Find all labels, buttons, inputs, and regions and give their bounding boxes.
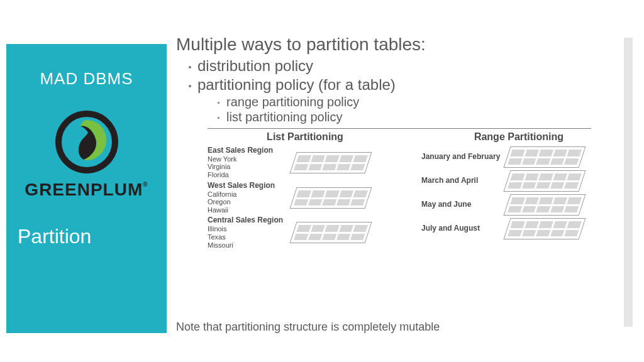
partition-row: January and February xyxy=(421,146,616,168)
table-icon xyxy=(289,222,372,243)
table-icon xyxy=(503,194,586,216)
partition-label: West Sales Region California Oregon Hawa… xyxy=(208,182,288,214)
bullet-text: partitioning policy (for a table) xyxy=(197,76,396,93)
scrollbar-track[interactable] xyxy=(624,38,633,327)
column-title: List Partitioning xyxy=(208,131,402,143)
sub-bullet-list: range partitioning policy list partition… xyxy=(197,95,616,124)
main-heading: Multiple ways to partition tables: xyxy=(176,35,616,55)
partition-label: East Sales Region New York Virginia Flor… xyxy=(208,146,288,179)
table-icon xyxy=(289,152,372,173)
sub-bullet-item: list partitioning policy xyxy=(218,110,616,124)
bullet-list: distribution policy partitioning policy … xyxy=(176,57,616,124)
table-icon xyxy=(289,187,372,209)
range-partition-column: Range Partitioning January and February … xyxy=(421,131,616,251)
greenplum-logo-icon xyxy=(55,111,118,173)
partition-label: January and February xyxy=(421,153,502,162)
partition-row: West Sales Region California Oregon Hawa… xyxy=(208,182,402,214)
sub-bullet-item: range partitioning policy xyxy=(218,95,616,109)
sidebar-panel: MAD DBMS GREENPLUM® Partition xyxy=(6,44,167,333)
divider xyxy=(208,128,591,129)
bullet-item: distribution policy xyxy=(189,57,616,75)
partition-label: May and June xyxy=(421,200,502,209)
table-icon xyxy=(503,170,586,192)
column-title: Range Partitioning xyxy=(421,131,616,143)
partition-row: March and April xyxy=(421,170,616,192)
content-area: Multiple ways to partition tables: distr… xyxy=(176,35,616,251)
footer-note: Note that partitioning structure is comp… xyxy=(176,321,440,334)
partition-row: Central Sales Region Illinois Texas Miss… xyxy=(208,216,402,249)
sidebar-title: MAD DBMS xyxy=(18,69,155,89)
bullet-item: partitioning policy (for a table) range … xyxy=(189,76,616,124)
brand-wordmark: GREENPLUM® xyxy=(18,180,155,200)
partition-label: Central Sales Region Illinois Texas Miss… xyxy=(208,216,288,249)
list-partition-column: List Partitioning East Sales Region New … xyxy=(208,131,402,251)
partition-row: July and August xyxy=(421,218,616,239)
partition-label: July and August xyxy=(421,224,502,233)
partition-label: March and April xyxy=(421,177,502,185)
partition-row: East Sales Region New York Virginia Flor… xyxy=(208,146,402,179)
partition-row: May and June xyxy=(421,194,616,216)
table-icon xyxy=(503,146,586,168)
partition-diagram: List Partitioning East Sales Region New … xyxy=(208,131,616,251)
sidebar-subtitle: Partition xyxy=(18,225,155,248)
table-icon xyxy=(503,218,586,239)
